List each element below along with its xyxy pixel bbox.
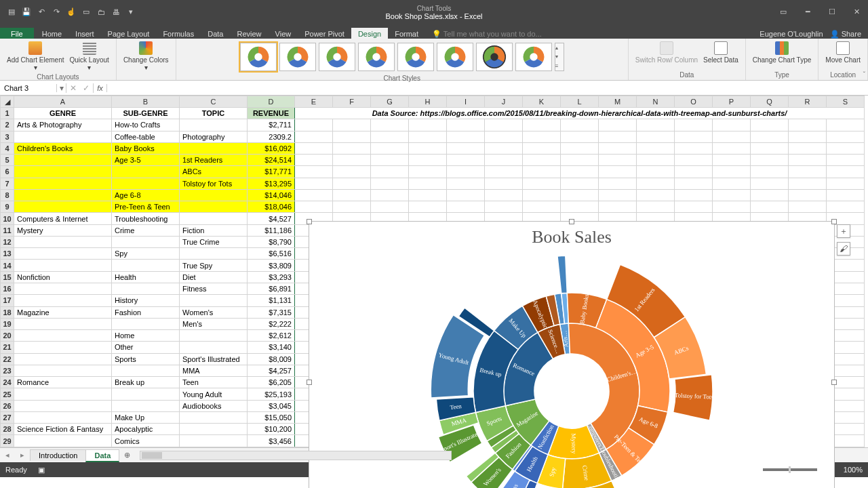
- cell-empty[interactable]: [751, 178, 789, 189]
- cell-A4[interactable]: Children's Books: [14, 142, 112, 154]
- close-button[interactable]: ✕: [845, 3, 868, 22]
- cell-D26[interactable]: $3,045: [248, 400, 295, 411]
- col-header-F[interactable]: F: [333, 96, 371, 108]
- cell-A2[interactable]: Arts & Photography: [14, 119, 112, 131]
- cell-A29[interactable]: [14, 435, 112, 447]
- cell-C10[interactable]: [180, 213, 248, 224]
- cell-D7[interactable]: $13,295: [248, 178, 295, 189]
- cell-C18[interactable]: Women's: [180, 306, 248, 318]
- cell-empty[interactable]: [447, 119, 485, 131]
- cell-C19[interactable]: Men's: [180, 318, 248, 329]
- col-header-L[interactable]: L: [561, 96, 599, 108]
- cell-empty[interactable]: [333, 178, 371, 189]
- scrollbar-thumb[interactable]: [142, 452, 162, 459]
- chart-style-3[interactable]: [319, 43, 355, 71]
- cell-empty[interactable]: [371, 201, 409, 213]
- cell-empty[interactable]: [599, 142, 637, 154]
- new-sheet-button[interactable]: ⊕: [119, 451, 136, 460]
- cell-D10[interactable]: $4,527: [248, 213, 295, 224]
- cell-C8[interactable]: [180, 189, 248, 201]
- col-header-Q[interactable]: Q: [751, 96, 789, 108]
- cell-empty[interactable]: [713, 155, 751, 166]
- cell-D14[interactable]: $3,809: [248, 260, 295, 271]
- cell-A22[interactable]: [14, 353, 112, 365]
- data-source-text[interactable]: Data Source: https://blogs.office.com/20…: [295, 108, 865, 119]
- cell-B5[interactable]: Age 3-5: [112, 155, 180, 166]
- sheet-tab-introduction[interactable]: Introduction: [30, 449, 86, 461]
- cell-A19[interactable]: [14, 318, 112, 329]
- cell-A3[interactable]: [14, 131, 112, 142]
- row-header-2[interactable]: 2: [1, 119, 14, 131]
- cell-C28[interactable]: [180, 424, 248, 435]
- cell-empty[interactable]: [523, 131, 561, 142]
- cell-empty[interactable]: [523, 142, 561, 154]
- cell-A5[interactable]: [14, 155, 112, 166]
- cell-C25[interactable]: Young Adult: [180, 388, 248, 400]
- save-icon[interactable]: 💾: [20, 6, 33, 18]
- macro-record-icon[interactable]: ▣: [38, 466, 45, 474]
- redo-icon[interactable]: ↷: [50, 6, 62, 18]
- zoom-slider[interactable]: [763, 468, 817, 471]
- cell-empty[interactable]: [827, 142, 865, 154]
- tab-nav-prev-icon[interactable]: ◂: [0, 451, 15, 460]
- col-header-H[interactable]: H: [409, 96, 447, 108]
- cell-empty[interactable]: [523, 189, 561, 201]
- cell-empty[interactable]: [523, 119, 561, 131]
- tab-nav-next-icon[interactable]: ▸: [15, 451, 30, 460]
- chart-style-1[interactable]: [240, 43, 277, 71]
- cell-C24[interactable]: Teen: [180, 377, 248, 388]
- cell-B20[interactable]: Home: [112, 330, 180, 342]
- col-header-O[interactable]: O: [675, 96, 713, 108]
- qat-customize-icon[interactable]: ▾: [125, 6, 137, 18]
- row-header-8[interactable]: 8: [1, 189, 14, 201]
- cell-B21[interactable]: Other: [112, 342, 180, 353]
- zoom-slider-thumb[interactable]: [789, 466, 791, 473]
- col-header-K[interactable]: K: [523, 96, 561, 108]
- cell-B27[interactable]: Make Up: [112, 411, 180, 423]
- col-header-J[interactable]: J: [485, 96, 523, 108]
- cell-D4[interactable]: $16,092: [248, 142, 295, 154]
- sheet-tab-data[interactable]: Data: [85, 449, 119, 462]
- cell-empty[interactable]: [789, 178, 827, 189]
- chart-style-4[interactable]: [358, 43, 395, 71]
- cell-empty[interactable]: [599, 201, 637, 213]
- chart-object[interactable]: ＋ 🖌 Book Sales Arts…Children's…Baby Book…: [309, 221, 835, 488]
- cell-B12[interactable]: [112, 236, 180, 247]
- cell-empty[interactable]: [599, 155, 637, 166]
- cell-empty[interactable]: [447, 155, 485, 166]
- cell-empty[interactable]: [827, 189, 865, 201]
- cell-A24[interactable]: Romance: [14, 377, 112, 388]
- cell-empty[interactable]: [333, 201, 371, 213]
- col-header-D[interactable]: D: [248, 96, 295, 108]
- cell-B18[interactable]: Fashion: [112, 306, 180, 318]
- cell-A1[interactable]: GENRE: [14, 108, 112, 119]
- cell-empty[interactable]: [409, 119, 447, 131]
- share-button[interactable]: 👤 Share: [830, 30, 861, 39]
- row-header-3[interactable]: 3: [1, 131, 14, 142]
- cell-A14[interactable]: [14, 260, 112, 271]
- cell-D17[interactable]: $1,131: [248, 295, 295, 306]
- cell-empty[interactable]: [523, 166, 561, 178]
- row-header-29[interactable]: 29: [1, 435, 14, 447]
- cell-A12[interactable]: [14, 236, 112, 247]
- resize-handle[interactable]: [831, 219, 837, 224]
- cell-D28[interactable]: $10,200: [248, 424, 295, 435]
- row-header-13[interactable]: 13: [1, 248, 14, 260]
- row-header-4[interactable]: 4: [1, 142, 14, 154]
- cell-empty[interactable]: [751, 119, 789, 131]
- cell-empty[interactable]: [409, 155, 447, 166]
- cell-empty[interactable]: [637, 119, 675, 131]
- cell-B11[interactable]: Crime: [112, 224, 180, 236]
- cell-D6[interactable]: $17,771: [248, 166, 295, 178]
- cell-D3[interactable]: 2309.2: [248, 131, 295, 142]
- col-header-E[interactable]: E: [295, 96, 333, 108]
- cell-empty[interactable]: [827, 178, 865, 189]
- row-header-10[interactable]: 10: [1, 213, 14, 224]
- cell-empty[interactable]: [485, 119, 523, 131]
- cell-C13[interactable]: [180, 248, 248, 260]
- cell-D16[interactable]: $6,891: [248, 283, 295, 294]
- cell-empty[interactable]: [561, 189, 599, 201]
- cell-empty[interactable]: [371, 166, 409, 178]
- cell-empty[interactable]: [827, 155, 865, 166]
- cell-empty[interactable]: [447, 201, 485, 213]
